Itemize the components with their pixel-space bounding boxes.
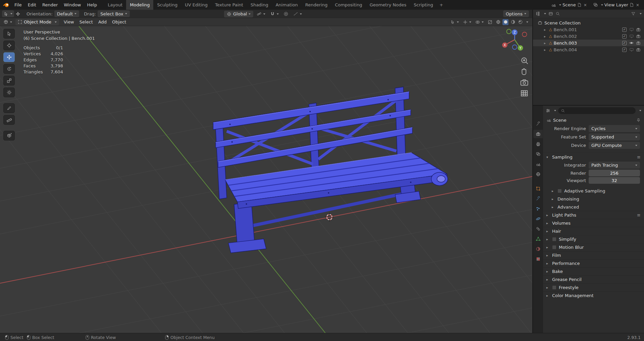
tab-geometry-nodes[interactable]: Geometry Nodes xyxy=(366,0,410,10)
tool-scale-button[interactable] xyxy=(3,76,15,86)
panel-menu-icon[interactable]: ≡ xyxy=(637,213,641,218)
tool-annotate-button[interactable] xyxy=(3,103,15,113)
panel-film[interactable]: ▸ Film xyxy=(543,251,644,259)
outliner-row-scene-collection[interactable]: Scene Collection xyxy=(533,19,644,26)
tab-output-properties[interactable] xyxy=(533,140,543,148)
show-overlays-toggle[interactable] xyxy=(474,19,485,25)
proportional-editing-toggle[interactable] xyxy=(282,11,290,17)
menu-select[interactable]: Select xyxy=(77,18,96,26)
outliner-row-bench-003[interactable]: ▸ △ Bench.003 ✓ xyxy=(533,40,644,46)
viewport-3d[interactable]: Z X Y User Perspective (6) Scene Collect… xyxy=(0,26,532,333)
panel-light-paths[interactable]: ▸ Light Paths ≡ xyxy=(543,211,644,219)
pan-hand-button[interactable] xyxy=(522,69,526,75)
disable-render-icon[interactable] xyxy=(636,41,640,45)
panel-adaptive-sampling[interactable]: ▸ Adaptive Sampling xyxy=(543,187,644,195)
filter-funnel-icon[interactable] xyxy=(631,11,636,16)
tab-animation[interactable]: Animation xyxy=(272,0,302,10)
tab-world-properties[interactable] xyxy=(533,170,543,178)
add-workspace-button[interactable]: + xyxy=(437,0,446,10)
tab-constraint-properties[interactable] xyxy=(533,225,543,233)
disable-viewport-icon[interactable] xyxy=(630,28,634,32)
outliner-row-bench-001[interactable]: ▸ △ Bench.001 ✓ xyxy=(533,26,644,33)
panel-bake[interactable]: ▸ Bake xyxy=(543,267,644,275)
proportional-falloff-dropdown[interactable] xyxy=(292,11,303,17)
outliner-row-bench-002[interactable]: ▸ △ Bench.002 ✓ xyxy=(533,33,644,40)
shading-material-button[interactable] xyxy=(510,19,516,25)
navigation-gizmo[interactable]: Z X Y xyxy=(502,29,527,51)
panel-menu-icon[interactable]: ≡ xyxy=(637,155,641,160)
tab-material-properties[interactable] xyxy=(533,245,543,253)
viewport-canvas[interactable]: Z X Y xyxy=(0,26,532,333)
tool-measure-button[interactable] xyxy=(3,115,15,125)
freestyle-checkbox[interactable] xyxy=(552,285,556,290)
menu-view[interactable]: View xyxy=(61,18,77,26)
render-samples-field[interactable]: 256 xyxy=(589,170,640,176)
tool-move-button[interactable] xyxy=(3,52,15,62)
snap-target-dropdown[interactable] xyxy=(255,11,267,17)
snap-toggle[interactable] xyxy=(269,11,280,17)
outliner-display-mode-icon[interactable] xyxy=(548,11,553,16)
tab-physics-properties[interactable] xyxy=(533,215,543,223)
pin-icon[interactable] xyxy=(636,118,641,122)
expand-arrow-icon[interactable]: ▸ xyxy=(544,48,547,52)
properties-search-input[interactable] xyxy=(558,107,636,114)
outliner-editor-icon[interactable] xyxy=(535,11,540,16)
tab-layout[interactable]: Layout xyxy=(104,0,126,10)
unlink-scene-icon[interactable]: × xyxy=(583,3,588,7)
blender-logo-icon[interactable] xyxy=(3,2,10,8)
disable-render-icon[interactable] xyxy=(636,35,640,38)
tab-object-data-properties[interactable] xyxy=(533,235,543,243)
expand-arrow-icon[interactable]: ▸ xyxy=(544,41,547,45)
panel-freestyle[interactable]: ▸ Freestyle xyxy=(543,283,644,291)
tab-modifier-properties[interactable] xyxy=(533,194,543,203)
exclude-checkbox[interactable]: ✓ xyxy=(622,27,627,32)
ortho-toggle-button[interactable] xyxy=(521,91,527,96)
panel-advanced[interactable]: ▸ Advanced xyxy=(543,203,644,211)
feature-set-dropdown[interactable]: Supported xyxy=(589,133,640,140)
tab-render-properties[interactable] xyxy=(533,130,543,138)
panel-hair[interactable]: ▸ Hair xyxy=(543,227,644,235)
exclude-checkbox[interactable]: ✓ xyxy=(622,34,627,39)
menu-render[interactable]: Render xyxy=(39,0,61,10)
tab-scripting[interactable]: Scripting xyxy=(410,0,437,10)
panel-denoising[interactable]: ▸ Denoising xyxy=(543,195,644,203)
remove-view-layer-icon[interactable]: × xyxy=(635,3,640,7)
new-scene-icon[interactable] xyxy=(577,3,582,7)
tab-texture-paint[interactable]: Texture Paint xyxy=(211,0,247,10)
shading-rendered-button[interactable] xyxy=(517,19,523,25)
menu-window[interactable]: Window xyxy=(61,0,84,10)
exclude-checkbox[interactable]: ✓ xyxy=(622,41,627,45)
bench-object[interactable] xyxy=(213,87,448,253)
menu-edit[interactable]: Edit xyxy=(25,0,39,10)
tab-uv-editing[interactable]: UV Editing xyxy=(181,0,211,10)
device-dropdown[interactable]: GPU Compute xyxy=(589,142,640,149)
editor-type-dropdown[interactable] xyxy=(2,19,13,25)
disable-viewport-icon[interactable] xyxy=(630,35,634,38)
new-view-layer-icon[interactable] xyxy=(630,3,634,7)
menu-help[interactable]: Help xyxy=(84,0,100,10)
disable-render-icon[interactable] xyxy=(636,28,640,32)
outliner-row-bench-004[interactable]: ▸ △ Bench.004 ✓ xyxy=(533,46,644,53)
tab-compositing[interactable]: Compositing xyxy=(331,0,366,10)
tool-select-box-button[interactable] xyxy=(3,29,15,39)
shading-wireframe-button[interactable] xyxy=(495,19,501,25)
tab-sculpting[interactable]: Sculpting xyxy=(153,0,181,10)
xray-toggle[interactable] xyxy=(486,19,494,25)
drag-dropdown[interactable]: Select Box xyxy=(98,10,129,17)
tab-texture-properties[interactable] xyxy=(533,255,543,263)
panel-sampling[interactable]: ▾ Sampling ≡ xyxy=(543,153,644,161)
tab-modeling[interactable]: Modeling xyxy=(126,0,153,10)
options-dropdown[interactable]: Options xyxy=(503,10,529,17)
motion-blur-checkbox[interactable] xyxy=(552,245,556,249)
tab-scene-properties[interactable] xyxy=(533,160,543,168)
render-engine-dropdown[interactable]: Cycles xyxy=(589,125,640,132)
menu-add[interactable]: Add xyxy=(96,18,109,26)
disable-render-icon[interactable] xyxy=(636,48,640,52)
panel-motion-blur[interactable]: ▸ Motion Blur xyxy=(543,243,644,251)
expand-arrow-icon[interactable]: ▸ xyxy=(544,28,547,32)
view-layer-selector[interactable]: View Layer × xyxy=(593,2,640,7)
shading-solid-button[interactable] xyxy=(502,19,508,25)
tab-particle-properties[interactable] xyxy=(533,205,543,213)
viewport-samples-field[interactable]: 32 xyxy=(589,177,640,184)
hide-eye-icon[interactable] xyxy=(629,41,634,45)
